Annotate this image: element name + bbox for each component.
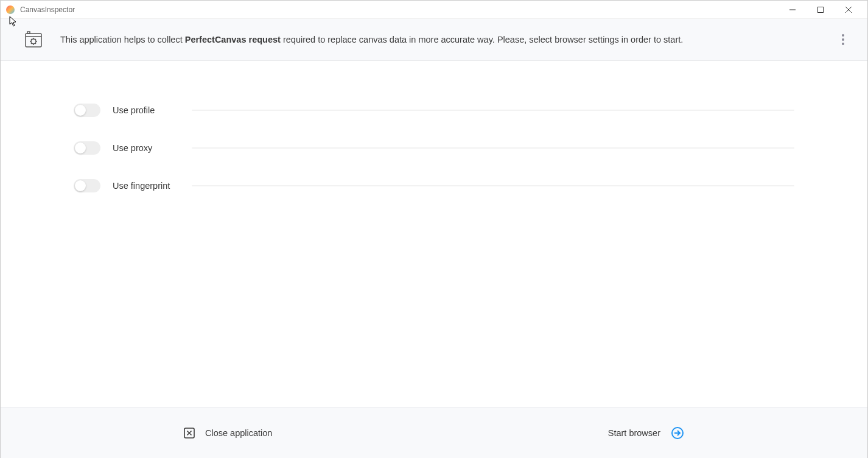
titlebar: CanvasInspector [1,1,867,19]
svg-line-14 [35,39,36,40]
toggle-knob [75,180,86,191]
svg-point-17 [842,38,844,41]
setting-row-use-profile: Use profile [74,104,794,117]
svg-rect-6 [27,32,30,33]
app-icon [5,5,15,15]
svg-line-13 [35,43,36,44]
toggle-knob [75,105,86,116]
svg-line-12 [31,39,32,40]
svg-line-15 [31,43,32,44]
use-profile-label: Use profile [113,105,186,115]
use-proxy-toggle[interactable] [74,141,100,155]
settings-content: Use profile Use proxy Use fingerprint [1,61,867,395]
close-window-button[interactable] [835,1,863,19]
footer-bar: Close application Start browser [1,407,867,458]
setting-row-use-fingerprint: Use fingerprint [74,179,794,192]
start-browser-button[interactable]: Start browser [608,426,685,440]
minimize-button[interactable] [779,1,807,19]
banner-suffix: required to replace canvas data in more … [281,35,683,44]
settings-page-icon [24,30,43,49]
maximize-button[interactable] [807,1,835,19]
svg-point-0 [6,5,15,14]
divider-line [192,110,794,111]
divider-line [192,185,794,186]
window-controls [779,1,863,19]
svg-rect-2 [818,7,824,12]
banner-bold: PerfectCanvas request [185,35,281,44]
use-fingerprint-label: Use fingerprint [113,181,186,191]
start-browser-label: Start browser [608,428,660,438]
close-application-label: Close application [205,428,272,438]
svg-point-16 [842,34,844,37]
use-proxy-label: Use proxy [113,143,186,153]
use-fingerprint-toggle[interactable] [74,179,100,192]
use-profile-toggle[interactable] [74,104,100,117]
window-title: CanvasInspector [20,5,779,14]
more-menu-button[interactable] [836,32,850,47]
banner-prefix: This application helps to collect [60,35,185,44]
banner-text: This application helps to collect Perfec… [60,35,836,44]
close-box-icon [183,427,195,439]
info-banner: This application helps to collect Perfec… [1,19,867,61]
setting-row-use-proxy: Use proxy [74,141,794,155]
divider-line [192,147,794,149]
close-application-button[interactable]: Close application [183,427,272,439]
toggle-knob [75,143,86,153]
arrow-right-circle-icon [670,426,685,440]
svg-point-18 [842,43,844,45]
